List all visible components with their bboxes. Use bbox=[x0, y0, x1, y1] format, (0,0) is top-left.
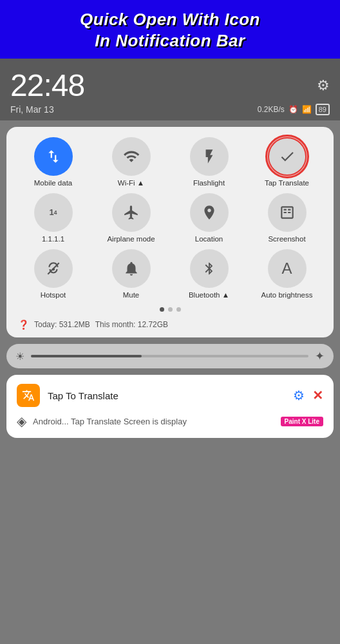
mobile-data-circle[interactable] bbox=[34, 137, 73, 176]
tap-translate-check-icon bbox=[279, 148, 296, 165]
notif-close-icon[interactable]: ✕ bbox=[312, 388, 323, 403]
wifi-label: Wi-Fi ▲ bbox=[118, 179, 144, 188]
mute-icon bbox=[123, 260, 140, 277]
notif-app-name: Tap To Translate bbox=[48, 390, 285, 401]
brightness-low-icon: ☀ bbox=[15, 350, 24, 363]
notification-card: Tap To Translate ⚙ ✕ ◈ Android... Tap Tr… bbox=[6, 375, 334, 438]
header-banner: Quick Open With Icon In Notification Bar bbox=[0, 0, 340, 59]
network-speed: 0.2KB/s bbox=[258, 105, 285, 114]
brightness-slider[interactable]: ☀ ✦ bbox=[6, 344, 334, 368]
today-usage: Today: 531.2MB bbox=[34, 320, 90, 329]
dot-3 bbox=[176, 307, 181, 312]
screenshot-label: Screenshot bbox=[268, 235, 305, 244]
screenshot-circle[interactable] bbox=[268, 193, 307, 232]
wifi-icon bbox=[123, 148, 140, 165]
tap-translate-label: Tap Translate bbox=[265, 179, 309, 188]
data-usage-icon: ❓ bbox=[18, 319, 29, 330]
date-display: Fri, Mar 13 bbox=[10, 104, 54, 115]
toggle-item-screenshot[interactable]: Screenshot bbox=[249, 193, 325, 244]
paint-badge: Paint X Lite bbox=[281, 417, 323, 426]
bluetooth-circle[interactable] bbox=[190, 249, 229, 288]
notif-text: Android... Tap Translate Screen is displ… bbox=[33, 417, 274, 426]
toggle-item-flashlight[interactable]: Flashlight bbox=[171, 137, 247, 188]
alarm-icon: ⏰ bbox=[288, 105, 298, 114]
quick-settings-panel: Mobile data Wi-Fi ▲ Flashlight bbox=[6, 127, 334, 337]
status-indicators: 0.2KB/s ⏰ 📶 89 bbox=[258, 104, 330, 115]
toggle-item-tap-translate[interactable]: Tap Translate bbox=[249, 137, 325, 188]
airplane-circle[interactable] bbox=[112, 193, 151, 232]
mute-circle[interactable] bbox=[112, 249, 151, 288]
airplane-label: Airplane mode bbox=[107, 235, 155, 244]
brightness-fill bbox=[31, 355, 142, 357]
dot-1 bbox=[160, 307, 164, 312]
tap-translate-app-icon bbox=[17, 384, 40, 407]
toggle-item-auto-brightness[interactable]: A Auto brightness bbox=[249, 249, 325, 300]
toggle-item-hotspot[interactable]: Hotspot bbox=[15, 249, 91, 300]
brightness-high-icon: ✦ bbox=[315, 349, 325, 363]
flashlight-icon bbox=[201, 148, 218, 165]
notif-content-row: ◈ Android... Tap Translate Screen is dis… bbox=[17, 413, 323, 429]
notif-settings-icon[interactable]: ⚙ bbox=[293, 388, 305, 403]
bluetooth-label: Bluetooth ▲ bbox=[189, 291, 229, 300]
location-icon bbox=[201, 204, 218, 221]
toggle-item-dns[interactable]: 14 1.1.1.1 bbox=[15, 193, 91, 244]
flashlight-circle[interactable] bbox=[190, 137, 229, 176]
toggle-item-airplane[interactable]: Airplane mode bbox=[93, 193, 169, 244]
tap-translate-circle[interactable] bbox=[268, 137, 307, 176]
hotspot-circle[interactable] bbox=[34, 249, 73, 288]
toggle-item-wifi[interactable]: Wi-Fi ▲ bbox=[93, 137, 169, 188]
toggle-item-mute[interactable]: Mute bbox=[93, 249, 169, 300]
settings-icon[interactable]: ⚙ bbox=[317, 77, 330, 94]
screenshot-icon bbox=[279, 204, 296, 221]
auto-brightness-circle[interactable]: A bbox=[268, 249, 307, 288]
battery-indicator: 89 bbox=[316, 104, 330, 115]
toggle-grid: Mobile data Wi-Fi ▲ Flashlight bbox=[15, 137, 325, 299]
status-bar: 22:48 ⚙ Fri, Mar 13 0.2KB/s ⏰ 📶 89 bbox=[0, 59, 340, 120]
notif-app-row: Tap To Translate ⚙ ✕ bbox=[17, 384, 323, 407]
android-icon: ◈ bbox=[17, 413, 26, 429]
clock: 22:48 bbox=[10, 70, 84, 101]
flashlight-label: Flashlight bbox=[193, 179, 225, 188]
bluetooth-icon bbox=[202, 260, 216, 277]
header-title: Quick Open With Icon In Notification Bar bbox=[10, 9, 330, 51]
hotspot-label: Hotspot bbox=[41, 291, 66, 300]
data-usage-row: ❓ Today: 531.2MB This month: 12.72GB bbox=[15, 318, 325, 331]
location-circle[interactable] bbox=[190, 193, 229, 232]
month-usage: This month: 12.72GB bbox=[95, 320, 168, 329]
toggle-item-mobile-data[interactable]: Mobile data bbox=[15, 137, 91, 188]
dot-2 bbox=[168, 307, 173, 312]
dns-circle[interactable]: 14 bbox=[34, 193, 73, 232]
toggle-item-location[interactable]: Location bbox=[171, 193, 247, 244]
mute-label: Mute bbox=[123, 291, 140, 300]
brightness-track[interactable] bbox=[31, 355, 308, 357]
hotspot-icon bbox=[45, 260, 62, 277]
airplane-icon bbox=[123, 204, 140, 221]
mobile-data-label: Mobile data bbox=[34, 179, 72, 188]
auto-brightness-label: Auto brightness bbox=[261, 291, 313, 300]
location-label: Location bbox=[195, 235, 223, 244]
dns-label: 1.1.1.1 bbox=[42, 235, 64, 244]
mobile-data-icon bbox=[45, 148, 62, 165]
pagination-dots bbox=[15, 307, 325, 312]
wifi-circle[interactable] bbox=[112, 137, 151, 176]
toggle-item-bluetooth[interactable]: Bluetooth ▲ bbox=[171, 249, 247, 300]
signal-icon: 📶 bbox=[302, 105, 312, 114]
